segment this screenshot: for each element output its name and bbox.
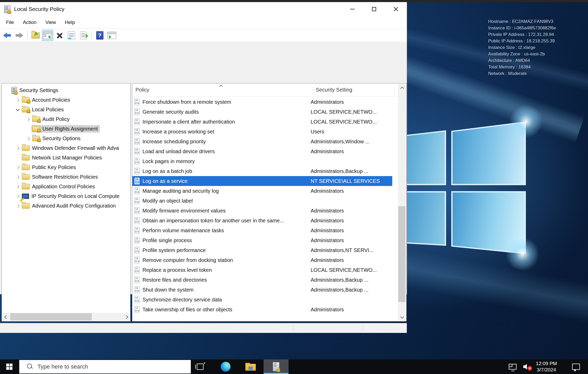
scrollbar-thumb[interactable]: [10, 313, 92, 320]
policy-row-modify-an-object-label[interactable]: Modify an object label: [132, 196, 392, 206]
list-vertical-scrollbar[interactable]: [398, 84, 406, 321]
policy-row-log-on-as-a-service[interactable]: Log on as a serviceNT SERVICE\ALL SERVIC…: [132, 176, 392, 186]
column-divider[interactable]: [313, 86, 313, 95]
title-bar[interactable]: Local Security Policy: [0, 2, 407, 16]
chevron-right-icon[interactable]: [14, 174, 21, 180]
policy-row-profile-single-process[interactable]: Profile single processAdministrators: [132, 235, 392, 245]
chevron-right-icon[interactable]: [14, 193, 21, 200]
edge-button[interactable]: [217, 359, 234, 374]
network-tray-button[interactable]: [506, 359, 519, 374]
folder-lock-icon: [32, 136, 40, 141]
export-list-button[interactable]: [78, 30, 89, 41]
policy-row-manage-auditing-and-security-log[interactable]: Manage auditing and security logAdminist…: [132, 186, 392, 196]
policy-name: Log on as a service: [142, 178, 308, 184]
policy-row-increase-a-process-working-set[interactable]: Increase a process working setUsers: [132, 127, 392, 137]
policy-row-modify-firmware-environment-values[interactable]: Modify firmware environment valuesAdmini…: [132, 206, 392, 216]
policy-row-lock-pages-in-memory[interactable]: Lock pages in memory: [132, 156, 392, 166]
policy-row-synchronize-directory-service-data[interactable]: Synchronize directory service data: [132, 295, 392, 305]
policy-document-icon: [134, 227, 140, 234]
expander-spacer: [4, 87, 11, 94]
column-divider[interactable]: [394, 86, 395, 95]
tree-item-network-list-manager-policies[interactable]: Network List Manager Policies: [2, 153, 130, 163]
tree-item-account-policies[interactable]: Account Policies: [2, 95, 130, 105]
chevron-down-icon[interactable]: [14, 106, 21, 113]
policy-row-profile-system-performance[interactable]: Profile system performanceAdministrators…: [132, 245, 392, 255]
menu-item-help[interactable]: Help: [60, 18, 79, 27]
menu-item-action[interactable]: Action: [18, 18, 41, 27]
sort-ascending-icon: [220, 85, 223, 87]
toolbar-separator: [92, 31, 92, 40]
policy-row-impersonate-a-client-after-authentication[interactable]: Impersonate a client after authenticatio…: [132, 117, 392, 127]
tree-item-user-rights-assignment[interactable]: User Rights Assignment: [2, 124, 130, 134]
policy-row-generate-security-audits[interactable]: Generate security auditsLOCAL SERVICE,NE…: [132, 107, 392, 117]
screen: Hostname : EC2AMAZ-FAN98V3Instance ID : …: [0, 0, 588, 374]
maximize-button[interactable]: [363, 2, 385, 16]
tree-item-ip-security-policies-on-local-compute[interactable]: IP Security Policies on Local Compute: [2, 191, 130, 201]
chevron-right-icon[interactable]: [14, 203, 21, 209]
properties-button[interactable]: [66, 30, 77, 41]
policy-document-icon: [134, 128, 140, 135]
policy-name: Lock pages in memory: [142, 158, 308, 164]
help-button[interactable]: [94, 30, 106, 41]
tree-item-advanced-audit-policy-configuration[interactable]: Advanced Audit Policy Configuration: [2, 201, 130, 211]
policy-row-shut-down-the-system[interactable]: Shut down the systemAdministrators,Backu…: [132, 285, 392, 295]
scroll-left-icon[interactable]: [2, 313, 10, 320]
scroll-right-icon[interactable]: [122, 313, 130, 320]
tree-item-security-options[interactable]: Security Options: [2, 134, 130, 143]
chevron-right-icon[interactable]: [14, 164, 21, 171]
policy-row-perform-volume-maintenance-tasks[interactable]: Perform volume maintenance tasksAdminist…: [132, 225, 392, 235]
taskbar-search[interactable]: [19, 360, 191, 373]
policy-row-restore-files-and-directories[interactable]: Restore files and directoriesAdministrat…: [132, 275, 392, 285]
menu-item-file[interactable]: File: [2, 18, 18, 27]
computer-key-icon: [22, 194, 29, 199]
security-setting-value: Administrators: [311, 307, 344, 313]
policy-row-remove-computer-from-docking-station[interactable]: Remove computer from docking stationAdmi…: [132, 255, 392, 265]
local-security-policy-task-button[interactable]: [264, 359, 289, 374]
tree-item-application-control-policies[interactable]: Application Control Policies: [2, 182, 130, 191]
tree-item-public-key-policies[interactable]: Public Key Policies: [2, 163, 130, 172]
lock-icon: [8, 11, 11, 14]
minimize-button[interactable]: [341, 2, 363, 16]
folder-lock-icon: [32, 117, 40, 122]
chevron-right-icon[interactable]: [14, 183, 21, 190]
logo-corner-glow: [509, 105, 543, 138]
column-header-policy[interactable]: Policy: [135, 87, 149, 93]
scrollbar-thumb[interactable]: [398, 206, 406, 302]
chevron-right-icon[interactable]: [25, 135, 31, 142]
active-task-underline: [264, 373, 289, 374]
close-button[interactable]: [385, 2, 407, 16]
show-console-tree-button[interactable]: [42, 30, 53, 41]
policy-row-increase-scheduling-priority[interactable]: Increase scheduling priorityAdministrato…: [132, 137, 392, 146]
policy-row-replace-a-process-level-token[interactable]: Replace a process level tokenLOCAL SERVI…: [132, 265, 392, 275]
policy-row-take-ownership-of-files-or-other-objects[interactable]: Take ownership of files or other objects…: [132, 305, 392, 314]
taskbar-clock[interactable]: 12:09 PM 3/7/2024: [530, 359, 563, 374]
export-button[interactable]: [30, 30, 41, 41]
tree-item-label: Public Key Policies: [32, 164, 76, 170]
chevron-right-icon[interactable]: [14, 145, 21, 152]
forward-button[interactable]: [14, 30, 25, 41]
chevron-right-icon[interactable]: [14, 97, 21, 104]
policy-row-log-on-as-a-batch-job[interactable]: Log on as a batch jobAdministrators,Back…: [132, 166, 392, 176]
delete-button[interactable]: [54, 30, 65, 41]
policy-row-force-shutdown-from-a-remote-system[interactable]: Force shutdown from a remote systemAdmin…: [132, 97, 392, 107]
back-button[interactable]: [2, 30, 13, 41]
tree-item-security-settings[interactable]: Security Settings: [2, 86, 130, 95]
policy-row-obtain-an-impersonation-token-for-another-user-i[interactable]: Obtain an impersonation token for anothe…: [132, 216, 392, 225]
file-explorer-button[interactable]: [242, 359, 259, 374]
policy-row-load-and-unload-device-drivers[interactable]: Load and unload device driversAdministra…: [132, 146, 392, 156]
search-input[interactable]: [37, 363, 183, 370]
scroll-down-icon[interactable]: [398, 313, 406, 321]
tree-horizontal-scrollbar[interactable]: [2, 313, 130, 321]
show-action-pane-button[interactable]: [106, 30, 117, 41]
chevron-right-icon[interactable]: [25, 116, 31, 123]
tree-item-local-policies[interactable]: Local Policies: [2, 105, 130, 114]
tree-item-windows-defender-firewall-with-adva[interactable]: Windows Defender Firewall with Adva: [2, 143, 130, 153]
action-center-button[interactable]: [568, 359, 584, 374]
tree-item-audit-policy[interactable]: Audit Policy: [2, 114, 130, 124]
tree-item-software-restriction-policies[interactable]: Software Restriction Policies: [2, 172, 130, 182]
menu-item-view[interactable]: View: [41, 18, 60, 27]
scroll-up-icon[interactable]: [398, 84, 406, 91]
start-button[interactable]: [0, 359, 19, 374]
task-view-button[interactable]: [192, 359, 208, 374]
column-header-security-setting[interactable]: Security Setting: [316, 87, 352, 93]
